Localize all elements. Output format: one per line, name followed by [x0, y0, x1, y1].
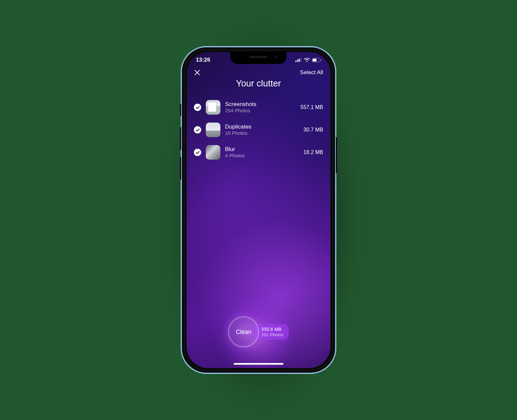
clean-summary-count: 251 Photos	[261, 332, 283, 338]
item-title: Blur	[225, 146, 299, 153]
clutter-list: Screenshots 254 Photos 557.1 MB Duplicat…	[187, 96, 330, 164]
svg-rect-3	[300, 58, 301, 62]
item-subtitle: 254 Photos	[225, 108, 296, 114]
checkbox-checked-icon[interactable]	[194, 104, 201, 111]
clean-button-label: Clean	[236, 329, 252, 336]
svg-rect-2	[299, 59, 300, 62]
mute-switch	[179, 104, 181, 116]
volume-up-button	[179, 127, 181, 150]
list-item[interactable]: Screenshots 254 Photos 557.1 MB	[194, 96, 323, 119]
select-all-button[interactable]: Select All	[300, 69, 323, 76]
close-icon[interactable]	[194, 69, 201, 76]
item-size: 30.7 MB	[303, 127, 323, 133]
list-item[interactable]: Duplicates 10 Photos 30.7 MB	[194, 119, 323, 141]
checkbox-checked-icon[interactable]	[194, 149, 201, 156]
power-button	[336, 137, 338, 173]
checkbox-checked-icon[interactable]	[194, 126, 201, 133]
thumbnail	[206, 123, 220, 137]
cellular-icon	[295, 58, 302, 62]
svg-rect-5	[313, 59, 316, 62]
bottom-action-area: Clean 555.6 MB 251 Photos	[187, 310, 330, 353]
screen: 13:26	[187, 52, 330, 368]
item-subtitle: 10 Photos	[225, 130, 299, 136]
notch	[230, 52, 287, 64]
wifi-icon	[304, 58, 310, 62]
page-title: Your clutter	[187, 79, 330, 89]
svg-rect-0	[295, 61, 296, 62]
clean-summary-size: 555.6 MB	[261, 327, 283, 332]
item-title: Duplicates	[225, 123, 299, 130]
volume-down-button	[179, 157, 181, 180]
list-item[interactable]: Blur 4 Photos 18.2 MB	[194, 141, 323, 164]
svg-rect-1	[297, 60, 298, 62]
battery-icon	[312, 58, 321, 62]
thumbnail	[206, 100, 220, 115]
clean-button[interactable]: Clean	[228, 317, 259, 347]
item-size: 557.1 MB	[301, 104, 323, 110]
item-title: Screenshots	[225, 101, 296, 108]
item-subtitle: 4 Photos	[225, 153, 299, 159]
svg-rect-6	[320, 59, 321, 61]
status-time: 13:26	[196, 57, 210, 63]
thumbnail	[206, 145, 220, 160]
phone-frame: 13:26	[181, 46, 336, 374]
home-indicator[interactable]	[234, 363, 283, 365]
item-size: 18.2 MB	[303, 149, 323, 155]
